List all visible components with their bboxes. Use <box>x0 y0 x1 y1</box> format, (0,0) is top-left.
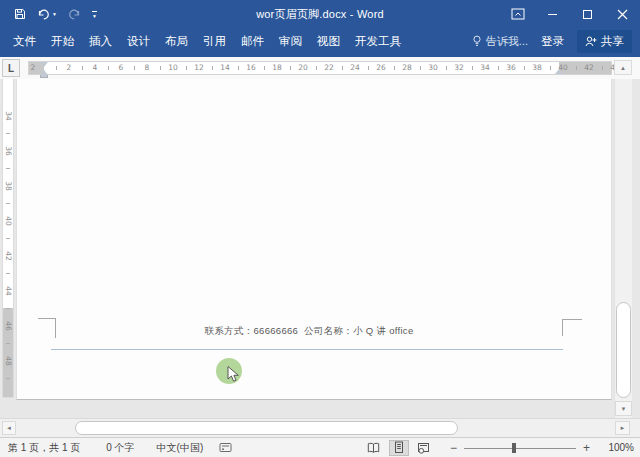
undo-dropdown-caret-icon[interactable]: ▼ <box>52 12 57 17</box>
save-button[interactable] <box>14 8 26 20</box>
page-footer-text[interactable]: 联系方式：66666666 公司名称：小 Q 讲 office <box>56 325 562 338</box>
h-ruler-number: 2 <box>25 62 41 74</box>
h-ruler-number: 4 <box>87 62 103 74</box>
ribbon-tab[interactable]: 邮件 <box>241 34 264 49</box>
read-mode-icon <box>367 442 380 454</box>
ribbon-tab[interactable]: 文件 <box>13 34 36 49</box>
language-status[interactable]: 中文(中国) <box>157 441 204 455</box>
right-indent-marker[interactable] <box>555 69 563 74</box>
ribbon-tab[interactable]: 引用 <box>203 34 226 49</box>
ribbon-tab[interactable]: 插入 <box>89 34 112 49</box>
horizontal-ruler[interactable]: 2246810121416182022242628303234363840424… <box>28 61 612 75</box>
v-ruler-number: 38 <box>2 179 14 193</box>
vertical-scrollbar[interactable]: ▼ <box>614 79 640 418</box>
ruler-row: L 22468101214161820222426283032343638404… <box>0 57 640 79</box>
v-ruler-number: 46 <box>2 319 14 333</box>
document-viewport[interactable]: 联系方式：66666666 公司名称：小 Q 讲 office <box>14 79 614 418</box>
h-ruler-number: 30 <box>425 62 441 74</box>
ribbon-tab[interactable]: 视图 <box>317 34 340 49</box>
scroll-down-icon: ▼ <box>621 406 627 412</box>
h-ruler-number: 36 <box>503 62 519 74</box>
v-ruler-number: 40 <box>2 214 14 228</box>
status-bar-right: − + 100% <box>359 440 634 456</box>
qat-customize-button[interactable]: ▼ <box>92 11 97 18</box>
zoom-slider[interactable] <box>464 442 576 454</box>
macro-record-icon <box>219 442 232 453</box>
maximize-button[interactable] <box>570 0 605 28</box>
word-window: ▼ ▼ wor页眉页脚.docx - Word <box>0 0 640 457</box>
share-button[interactable]: 共享 <box>577 30 632 53</box>
macro-record-button[interactable] <box>219 442 232 453</box>
ribbon-tab[interactable]: 开发工具 <box>355 34 401 49</box>
web-layout-button[interactable] <box>414 440 434 456</box>
print-layout-icon <box>393 441 405 454</box>
quick-access-toolbar: ▼ ▼ <box>0 8 97 20</box>
v-ruler-number: 42 <box>2 249 14 263</box>
status-bar: 第 1 页，共 1 页 0 个字 中文(中国) <box>0 437 640 457</box>
h-ruler-number: 12 <box>191 62 207 74</box>
sign-in-button[interactable]: 登录 <box>541 34 564 49</box>
scroll-left-icon: ◄ <box>6 425 12 431</box>
page-number-status[interactable]: 第 1 页，共 1 页 <box>8 441 80 455</box>
first-line-indent-marker[interactable] <box>40 62 48 67</box>
scroll-right-button[interactable]: ► <box>615 421 630 435</box>
zoom-in-button[interactable]: + <box>583 441 590 455</box>
hanging-indent-marker[interactable] <box>40 70 48 78</box>
redo-icon <box>68 9 81 20</box>
h-ruler-number: 10 <box>165 62 181 74</box>
scroll-up-icon: ▲ <box>620 65 626 71</box>
undo-button[interactable]: ▼ <box>37 9 57 20</box>
read-mode-button[interactable] <box>364 440 384 456</box>
horizontal-scrollbar[interactable]: ◄ ► <box>0 418 640 437</box>
print-layout-button[interactable] <box>389 440 409 456</box>
v-ruler-number: 34 <box>2 109 14 123</box>
ribbon-tab[interactable]: 审阅 <box>279 34 302 49</box>
h-ruler-number: 20 <box>295 62 311 74</box>
undo-icon <box>37 9 50 20</box>
vertical-scrollbar-track[interactable]: ▼ <box>614 79 632 418</box>
v-ruler-number: 36 <box>2 144 14 158</box>
save-icon <box>14 8 26 20</box>
h-ruler-number: 26 <box>373 62 389 74</box>
h-ruler-number: 22 <box>321 62 337 74</box>
scroll-right-icon: ► <box>620 425 626 431</box>
ribbon-tab-bar: 文件开始插入设计布局引用邮件审阅视图开发工具 告诉我... 登录 共享 <box>0 28 640 57</box>
zoom-level-button[interactable]: 100% <box>602 442 634 453</box>
v-ruler-number: 44 <box>2 284 14 298</box>
scroll-down-button[interactable]: ▼ <box>615 401 632 416</box>
horizontal-scrollbar-track[interactable] <box>18 421 612 435</box>
maximize-icon <box>583 10 592 19</box>
v-ruler-ticks <box>3 79 13 397</box>
close-button[interactable] <box>605 0 640 28</box>
h-ruler-number: 28 <box>399 62 415 74</box>
h-ruler-number: 18 <box>269 62 285 74</box>
qat-customize-icon: ▼ <box>92 11 97 18</box>
ribbon-display-options-button[interactable] <box>500 0 535 28</box>
ribbon-display-options-icon <box>511 8 525 20</box>
share-person-icon <box>585 36 597 47</box>
tell-me-button[interactable]: 告诉我... <box>472 34 528 49</box>
vertical-ruler[interactable]: 3436384042444648 <box>2 79 14 398</box>
word-count-status[interactable]: 0 个字 <box>106 441 134 455</box>
v-ruler-number: 48 <box>2 354 14 368</box>
scroll-up-button[interactable]: ▲ <box>614 60 632 75</box>
h-ruler-number: 8 <box>139 62 155 74</box>
document-page[interactable]: 联系方式：66666666 公司名称：小 Q 讲 office <box>16 79 612 400</box>
share-label: 共享 <box>601 34 624 49</box>
ribbon-tab[interactable]: 设计 <box>127 34 150 49</box>
h-ruler-number: 42 <box>581 62 597 74</box>
minimize-button[interactable] <box>535 0 570 28</box>
tab-stop-selector[interactable]: L <box>2 59 20 77</box>
minimize-icon <box>548 14 557 15</box>
zoom-slider-handle[interactable] <box>512 443 516 453</box>
redo-button[interactable] <box>68 9 81 20</box>
scroll-left-button[interactable]: ◄ <box>2 421 16 435</box>
web-layout-icon <box>417 442 430 454</box>
ribbon-tab[interactable]: 布局 <box>165 34 188 49</box>
zoom-out-button[interactable]: − <box>450 441 457 455</box>
horizontal-scrollbar-thumb[interactable] <box>75 421 458 435</box>
vertical-scrollbar-thumb[interactable] <box>616 302 631 398</box>
h-ruler-number: 14 <box>217 62 233 74</box>
ribbon-tab[interactable]: 开始 <box>51 34 74 49</box>
h-ruler-number: 38 <box>529 62 545 74</box>
